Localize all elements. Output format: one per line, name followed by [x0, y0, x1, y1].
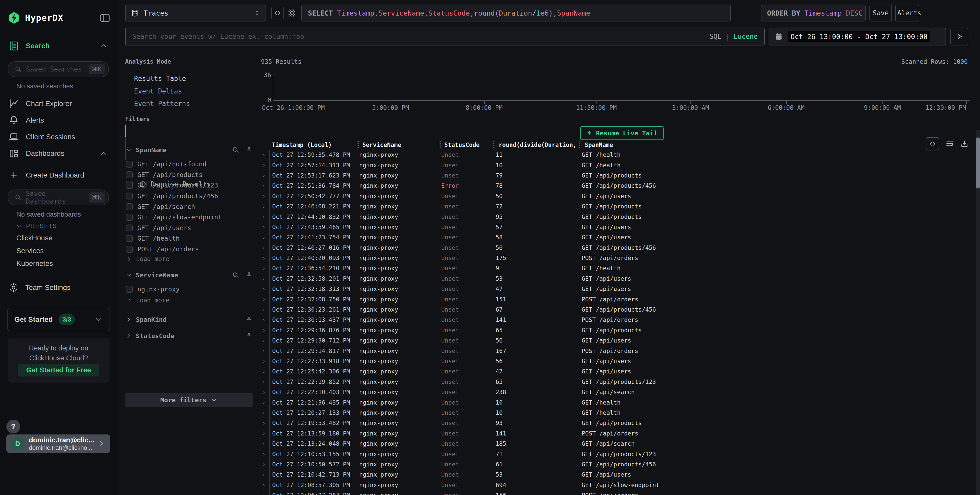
- expand-chevron-icon[interactable]: ›: [258, 253, 269, 263]
- table-row[interactable]: ›Oct 27 12:29:14.817 PMnginx-proxyUnset1…: [258, 345, 975, 356]
- table-row[interactable]: ›Oct 27 12:40:20.093 PMnginx-proxyUnset1…: [258, 253, 975, 263]
- mode-event-patterns[interactable]: Event Patterns: [134, 99, 190, 109]
- expand-chevron-icon[interactable]: ›: [258, 470, 269, 480]
- expand-chevron-icon[interactable]: ›: [258, 366, 269, 377]
- scrollbar-thumb[interactable]: [976, 137, 980, 188]
- facet-spanname-header[interactable]: SpanName: [125, 146, 253, 154]
- servicename-load-more[interactable]: Load more: [126, 297, 169, 304]
- sidebar-item-team-settings[interactable]: Team Settings: [0, 280, 117, 295]
- expand-chevron-icon[interactable]: ›: [258, 335, 269, 345]
- sidebar-item-services[interactable]: Services: [16, 247, 44, 255]
- presets-toggle[interactable]: PRESETS: [16, 223, 57, 230]
- column-resize-handle[interactable]: [493, 141, 496, 149]
- expand-chevron-icon[interactable]: ›: [258, 243, 269, 253]
- table-row[interactable]: ›Oct 27 12:43:59.465 PMnginx-proxyUnset5…: [258, 222, 975, 232]
- column-header[interactable]: StatusCode: [439, 140, 493, 150]
- table-row[interactable]: ›Oct 27 12:22:10.403 PMnginx-proxyUnset2…: [258, 387, 975, 397]
- table-scrollbar[interactable]: [976, 130, 980, 495]
- facet-checkbox[interactable]: [126, 286, 133, 293]
- mode-results-table[interactable]: Results Table: [134, 73, 186, 84]
- more-filters-button[interactable]: More filters: [125, 393, 253, 407]
- select-clause-input[interactable]: SELECT Timestamp,ServiceName,StatusCode,…: [301, 5, 731, 21]
- table-row[interactable]: ›Oct 27 12:41:23.754 PMnginx-proxyUnset5…: [258, 232, 975, 242]
- search-input[interactable]: Search your events w/ Lucene ex. column:…: [125, 28, 765, 45]
- source-selector[interactable]: Traces: [125, 5, 266, 21]
- resume-live-tail-button[interactable]: Resume Live Tail: [580, 126, 663, 140]
- expand-chevron-icon[interactable]: ›: [258, 304, 269, 315]
- facet-value-option[interactable]: GET /api/search: [126, 201, 255, 212]
- table-row[interactable]: ›Oct 27 12:29:30.712 PMnginx-proxyUnset5…: [258, 335, 975, 345]
- facet-value-option[interactable]: nginx-proxy: [126, 284, 255, 295]
- table-row[interactable]: ›Oct 27 12:21:36.435 PMnginx-proxyUnset1…: [258, 397, 975, 407]
- facet-checkbox[interactable]: [126, 235, 133, 242]
- expand-chevron-icon[interactable]: ›: [258, 263, 269, 273]
- facet-value-option[interactable]: GET /api/products: [126, 170, 255, 180]
- expand-chevron-icon[interactable]: ›: [258, 232, 269, 242]
- pin-icon[interactable]: [245, 146, 253, 154]
- expand-chevron-icon[interactable]: ›: [258, 397, 269, 407]
- get-started-free-button[interactable]: Get Started for Free: [18, 364, 99, 377]
- expand-chevron-icon[interactable]: ›: [258, 428, 269, 439]
- facet-value-option[interactable]: GET /api/products/456: [126, 191, 255, 202]
- expand-chevron-icon[interactable]: ›: [258, 407, 269, 418]
- expand-chevron-icon[interactable]: ›: [258, 490, 269, 495]
- expand-chevron-icon[interactable]: ›: [258, 345, 269, 356]
- table-row[interactable]: ›Oct 27 12:13:24.048 PMnginx-proxyUnset1…: [258, 439, 975, 449]
- facet-value-option[interactable]: GET /api/slow-endpoint: [126, 212, 255, 223]
- facet-search-icon[interactable]: [232, 271, 240, 279]
- column-header[interactable]: ServiceName: [357, 140, 439, 150]
- expand-chevron-icon[interactable]: ›: [258, 418, 269, 428]
- table-row[interactable]: ›Oct 27 12:40:27.016 PMnginx-proxyUnset5…: [258, 243, 975, 253]
- table-row[interactable]: ›Oct 27 12:59:35.478 PMnginx-proxyUnset1…: [258, 150, 975, 160]
- facet-value-option[interactable]: GET /api/products/123: [126, 180, 255, 191]
- expand-chevron-icon[interactable]: ›: [258, 212, 269, 222]
- facet-servicename-header[interactable]: ServiceName: [125, 271, 253, 279]
- table-row[interactable]: ›Oct 27 12:10:53.155 PMnginx-proxyUnset7…: [258, 449, 975, 459]
- table-row[interactable]: ›Oct 27 12:36:54.210 PMnginx-proxyUnset9…: [258, 263, 975, 273]
- expand-chevron-icon[interactable]: ›: [258, 315, 269, 325]
- sidebar-item-create-dashboard[interactable]: Create Dashboard: [0, 168, 117, 182]
- table-row[interactable]: ›Oct 27 12:32:08.750 PMnginx-proxyUnset1…: [258, 294, 975, 304]
- sidebar-item-chart-explorer[interactable]: Chart Explorer: [0, 97, 117, 111]
- table-row[interactable]: ›Oct 27 12:25:42.306 PMnginx-proxyUnset4…: [258, 366, 975, 377]
- mode-event-deltas[interactable]: Event Deltas: [134, 86, 182, 96]
- column-resize-handle[interactable]: [357, 141, 360, 149]
- pin-icon[interactable]: [245, 332, 253, 340]
- table-row[interactable]: ›Oct 27 12:27:33.918 PMnginx-proxyUnset5…: [258, 356, 975, 366]
- facet-statuscode-header[interactable]: StatusCode: [125, 332, 253, 340]
- sidebar-item-clickhouse[interactable]: ClickHouse: [16, 234, 52, 242]
- expand-chevron-icon[interactable]: ›: [258, 325, 269, 335]
- table-row[interactable]: ›Oct 27 12:30:23.261 PMnginx-proxyUnset6…: [258, 304, 975, 315]
- facet-checkbox[interactable]: [126, 203, 133, 210]
- expand-chevron-icon[interactable]: ›: [258, 439, 269, 449]
- chevron-up-icon[interactable]: [99, 41, 108, 50]
- expand-chevron-icon[interactable]: ›: [258, 284, 269, 294]
- facet-checkbox[interactable]: [126, 224, 133, 231]
- expand-chevron-icon[interactable]: ›: [258, 181, 269, 191]
- table-row[interactable]: ›Oct 27 12:53:17.623 PMnginx-proxyUnset7…: [258, 170, 975, 181]
- column-header[interactable]: round(divide(Duration,: [493, 140, 579, 150]
- facet-spankind-header[interactable]: SpanKind: [125, 316, 253, 323]
- sidebar-item-client-sessions[interactable]: Client Sessions: [0, 130, 117, 144]
- expand-chevron-icon[interactable]: ›: [258, 201, 269, 212]
- facet-value-option[interactable]: POST /api/orders: [126, 244, 255, 255]
- chevron-up-icon[interactable]: [99, 149, 108, 158]
- column-resize-handle[interactable]: [439, 141, 442, 149]
- table-row[interactable]: ›Oct 27 12:10:50.572 PMnginx-proxyUnset6…: [258, 459, 975, 470]
- facet-checkbox[interactable]: [126, 246, 133, 253]
- table-row[interactable]: ›Oct 27 12:51:36.784 PMnginx-proxyError7…: [258, 181, 975, 191]
- lucene-mode-toggle[interactable]: Lucene: [733, 33, 757, 40]
- alerts-button[interactable]: Alerts: [895, 5, 919, 21]
- column-resize-handle[interactable]: [579, 141, 582, 149]
- table-row[interactable]: ›Oct 27 12:32:18.313 PMnginx-proxyUnset4…: [258, 284, 975, 294]
- sidebar-item-alerts[interactable]: Alerts: [0, 113, 117, 127]
- facet-checkbox[interactable]: [126, 182, 133, 189]
- saved-searches-input[interactable]: Saved Searches ⌘K: [8, 61, 109, 77]
- get-started-box[interactable]: Get Started 3/3: [7, 308, 110, 331]
- expand-chevron-icon[interactable]: ›: [258, 387, 269, 397]
- table-row[interactable]: ›Oct 27 12:20:27.133 PMnginx-proxyUnset1…: [258, 407, 975, 418]
- expand-chevron-icon[interactable]: ›: [258, 170, 269, 181]
- table-row[interactable]: ›Oct 27 12:19:53.482 PMnginx-proxyUnset9…: [258, 418, 975, 428]
- date-range-picker[interactable]: Oct 26 13:00:00 - Oct 27 13:00:00: [768, 28, 946, 45]
- sidebar-collapse-icon[interactable]: [99, 12, 111, 24]
